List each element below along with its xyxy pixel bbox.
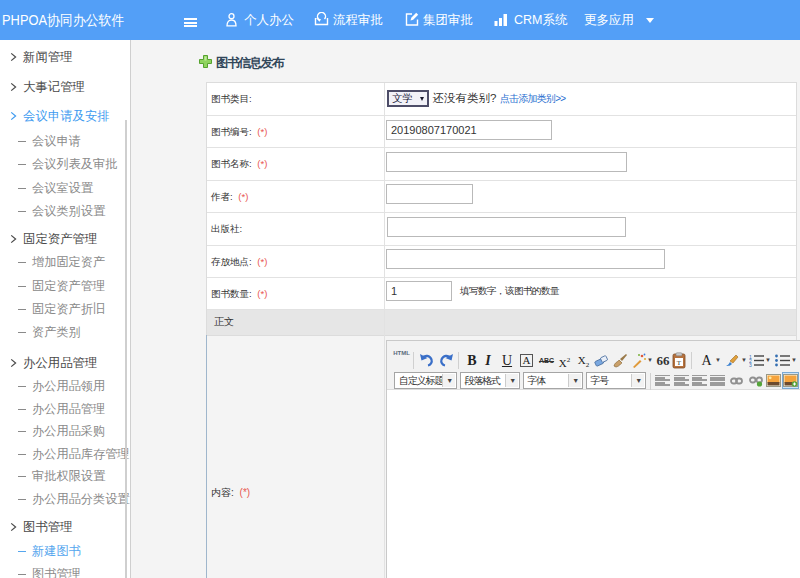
svg-text:T: T xyxy=(677,359,682,367)
svg-text:3: 3 xyxy=(749,362,752,367)
